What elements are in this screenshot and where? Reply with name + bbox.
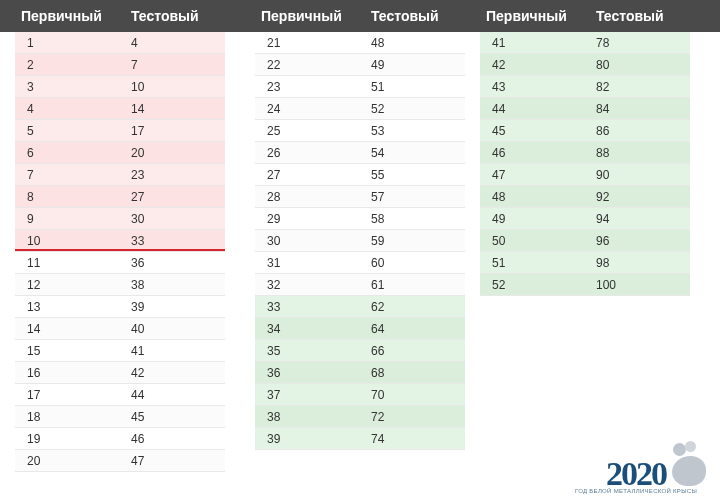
- primary-score: 4: [15, 98, 125, 119]
- test-score: 94: [590, 208, 690, 229]
- test-score: 54: [365, 142, 465, 163]
- test-score: 52: [365, 98, 465, 119]
- table-row: 4994: [480, 208, 690, 230]
- table-row: 3566: [255, 340, 465, 362]
- test-score: 44: [125, 384, 225, 405]
- primary-score: 11: [15, 252, 125, 273]
- test-score: 82: [590, 76, 690, 97]
- primary-score: 46: [480, 142, 590, 163]
- test-score: 38: [125, 274, 225, 295]
- primary-score: 19: [15, 428, 125, 449]
- primary-score: 18: [15, 406, 125, 427]
- test-score: 60: [365, 252, 465, 273]
- table-row: 4892: [480, 186, 690, 208]
- primary-score: 5: [15, 120, 125, 141]
- test-score: 98: [590, 252, 690, 273]
- primary-score: 28: [255, 186, 365, 207]
- test-score: 61: [365, 274, 465, 295]
- header-primary-3: Первичный: [480, 0, 590, 32]
- header-primary-2: Первичный: [255, 0, 365, 32]
- table-row: 1642: [15, 362, 225, 384]
- primary-score: 22: [255, 54, 365, 75]
- primary-score: 39: [255, 428, 365, 449]
- primary-score: 43: [480, 76, 590, 97]
- test-score: 33: [125, 230, 225, 251]
- test-score: 78: [590, 32, 690, 53]
- table-row: 310: [15, 76, 225, 98]
- table-row: 3261: [255, 274, 465, 296]
- test-score: 27: [125, 186, 225, 207]
- test-score: 23: [125, 164, 225, 185]
- primary-score: 30: [255, 230, 365, 251]
- test-score: 64: [365, 318, 465, 339]
- test-score: 84: [590, 98, 690, 119]
- table-row: 3668: [255, 362, 465, 384]
- primary-score: 33: [255, 296, 365, 317]
- primary-score: 14: [15, 318, 125, 339]
- test-score: 45: [125, 406, 225, 427]
- table-row: 5198: [480, 252, 690, 274]
- table-row: 1541: [15, 340, 225, 362]
- primary-score: 8: [15, 186, 125, 207]
- primary-score: 23: [255, 76, 365, 97]
- primary-score: 48: [480, 186, 590, 207]
- table-row: 4382: [480, 76, 690, 98]
- column-headers: Первичный Тестовый Первичный Тестовый Пе…: [0, 0, 720, 32]
- primary-score: 3: [15, 76, 125, 97]
- table-row: 3872: [255, 406, 465, 428]
- test-score: 57: [365, 186, 465, 207]
- table-row: 1440: [15, 318, 225, 340]
- primary-score: 44: [480, 98, 590, 119]
- primary-score: 1: [15, 32, 125, 53]
- conversion-table: 1427310414517620723827930103311361238133…: [0, 32, 720, 472]
- primary-score: 21: [255, 32, 365, 53]
- primary-score: 31: [255, 252, 365, 273]
- primary-score: 6: [15, 142, 125, 163]
- test-score: 68: [365, 362, 465, 383]
- table-row: 1033: [15, 230, 225, 252]
- test-score: 17: [125, 120, 225, 141]
- table-row: 930: [15, 208, 225, 230]
- test-score: 20: [125, 142, 225, 163]
- table-row: 620: [15, 142, 225, 164]
- test-score: 48: [365, 32, 465, 53]
- test-score: 53: [365, 120, 465, 141]
- table-row: 2249: [255, 54, 465, 76]
- primary-score: 47: [480, 164, 590, 185]
- table-column-3: 4178428043824484458646884790489249945096…: [480, 32, 690, 472]
- primary-score: 29: [255, 208, 365, 229]
- primary-score: 51: [480, 252, 590, 273]
- table-row: 2047: [15, 450, 225, 472]
- test-score: 7: [125, 54, 225, 75]
- primary-score: 52: [480, 274, 590, 295]
- primary-score: 27: [255, 164, 365, 185]
- table-row: 14: [15, 32, 225, 54]
- test-score: 90: [590, 164, 690, 185]
- table-row: 827: [15, 186, 225, 208]
- watermark-year: 2020: [606, 459, 666, 490]
- table-row: 1946: [15, 428, 225, 450]
- table-row: 4484: [480, 98, 690, 120]
- table-row: 4688: [480, 142, 690, 164]
- test-score: 66: [365, 340, 465, 361]
- table-row: 4280: [480, 54, 690, 76]
- primary-score: 42: [480, 54, 590, 75]
- test-score: 47: [125, 450, 225, 471]
- table-row: 4586: [480, 120, 690, 142]
- table-row: 3362: [255, 296, 465, 318]
- table-row: 2452: [255, 98, 465, 120]
- primary-score: 16: [15, 362, 125, 383]
- primary-score: 35: [255, 340, 365, 361]
- primary-score: 20: [15, 450, 125, 471]
- rat-icon: [662, 441, 712, 486]
- table-row: 4178: [480, 32, 690, 54]
- table-row: 1238: [15, 274, 225, 296]
- primary-score: 37: [255, 384, 365, 405]
- test-score: 42: [125, 362, 225, 383]
- primary-score: 34: [255, 318, 365, 339]
- table-row: 3059: [255, 230, 465, 252]
- table-row: 414: [15, 98, 225, 120]
- table-row: 723: [15, 164, 225, 186]
- test-score: 74: [365, 428, 465, 449]
- table-row: 3770: [255, 384, 465, 406]
